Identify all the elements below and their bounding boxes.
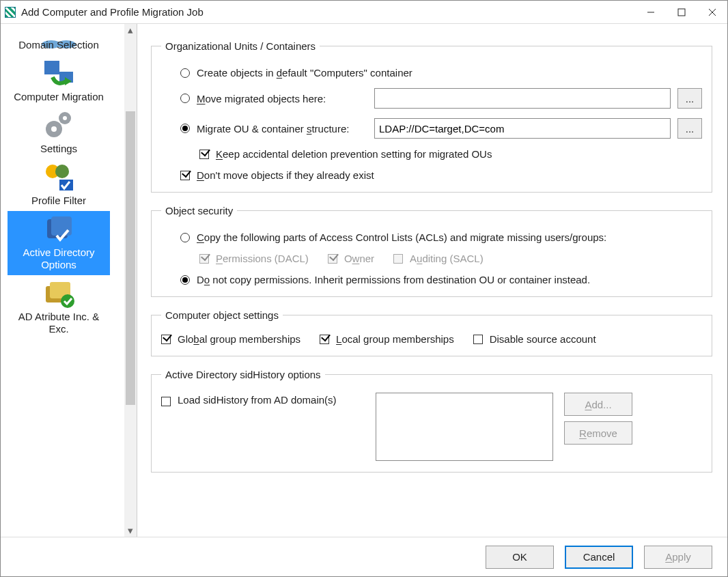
sidhistory-add-button[interactable]: Add...: [564, 393, 632, 416]
svg-point-12: [63, 116, 67, 120]
sidebar-item-profile-filter[interactable]: Profile Filter: [8, 159, 110, 211]
sid-history-group: Active Directory sidHistory options Load…: [151, 369, 712, 473]
apply-button[interactable]: Apply: [644, 546, 712, 569]
maximize-button[interactable]: [666, 2, 697, 23]
sidebar-item-settings[interactable]: Settings: [8, 107, 110, 159]
check-local-groups-label: Local group memberships: [336, 333, 454, 345]
check-dont-move-label: Don't move objects if they already exist: [197, 169, 374, 181]
sidebar-item-computer-migration[interactable]: Computer Migration: [8, 55, 110, 107]
svg-point-10: [51, 126, 57, 132]
svg-rect-17: [51, 216, 72, 236]
radio-do-not-copy[interactable]: [180, 275, 190, 285]
check-global-groups[interactable]: [161, 335, 171, 344]
radio-move-here[interactable]: [180, 94, 190, 103]
sidebar-item-label: Computer Migration: [9, 91, 109, 103]
check-permissions-label: Permissions (DACL): [216, 253, 309, 264]
check-keep-deletion-label: Keep accidental deletion prevention sett…: [216, 148, 492, 160]
sidebar-scrollbar[interactable]: ▴ ▾: [124, 24, 137, 537]
window-buttons: [635, 2, 727, 23]
sidebar-item-label: Settings: [9, 143, 109, 155]
object-security-group: Object security Copy the following parts…: [151, 205, 712, 297]
radio-migrate-structure[interactable]: [180, 124, 190, 133]
ad-attribute-icon: [39, 277, 79, 309]
radio-create-default-label: Create objects in default "Computers" co…: [197, 67, 412, 79]
ad-options-icon: [39, 212, 79, 245]
title-bar: Add Computer and Profile Migration Job: [1, 1, 727, 24]
org-units-group: Organizational Units / Containers Create…: [151, 40, 712, 193]
app-icon: [5, 7, 16, 18]
radio-copy-acls-label: Copy the following parts of Access Contr…: [197, 231, 606, 243]
dialog-window: Add Computer and Profile Migration Job D…: [0, 0, 728, 577]
check-global-groups-label: Global group memberships: [178, 333, 300, 345]
sidebar-item-label: AD Atribute Inc. & Exc.: [9, 311, 109, 335]
content-panel: Organizational Units / Containers Create…: [137, 24, 727, 537]
check-load-sidhistory-label: Load sidHistory from AD domain(s): [178, 393, 376, 406]
close-button[interactable]: [697, 2, 727, 23]
computer-migration-icon: [39, 57, 79, 89]
migrate-structure-browse-button[interactable]: ...: [677, 118, 702, 139]
radio-copy-acls[interactable]: [180, 233, 190, 242]
svg-rect-1: [678, 9, 685, 16]
sidebar-item-label: Profile Filter: [9, 195, 109, 207]
svg-point-20: [61, 294, 74, 308]
profile-filter-icon: [39, 160, 79, 193]
check-auditing: [393, 254, 403, 264]
scroll-up-icon[interactable]: ▴: [124, 24, 137, 36]
computer-settings-legend: Computer object settings: [161, 309, 283, 321]
migrate-structure-input[interactable]: [374, 118, 671, 139]
sidhistory-remove-button[interactable]: Remove: [564, 421, 632, 445]
cancel-button[interactable]: Cancel: [565, 546, 633, 569]
sidebar-item-label: Domain Selection: [9, 39, 109, 51]
move-here-browse-button[interactable]: ...: [677, 88, 702, 109]
sidebar-item-ad-attribute-inc-exc[interactable]: AD Atribute Inc. & Exc.: [8, 275, 110, 339]
check-permissions: [199, 254, 209, 264]
sidebar: Domain Selection Computer Migration Sett…: [1, 24, 137, 537]
check-keep-deletion[interactable]: [199, 150, 209, 159]
sidhistory-domains-list[interactable]: [376, 393, 553, 461]
scroll-track[interactable]: [124, 36, 137, 524]
svg-point-14: [55, 165, 69, 178]
minimize-button[interactable]: [635, 2, 666, 23]
gears-icon: [39, 109, 79, 141]
check-dont-move[interactable]: [180, 171, 190, 180]
scroll-thumb[interactable]: [126, 111, 135, 405]
check-local-groups[interactable]: [320, 335, 329, 344]
computer-settings-group: Computer object settings Global group me…: [151, 309, 712, 356]
move-here-input[interactable]: [374, 88, 671, 109]
sidebar-item-domain-selection[interactable]: Domain Selection: [8, 27, 110, 55]
scroll-down-icon[interactable]: ▾: [124, 524, 137, 537]
sidebar-item-active-directory-options[interactable]: Active Directory Options: [8, 211, 110, 275]
check-owner: [328, 254, 337, 264]
dialog-footer: OK Cancel Apply: [1, 537, 727, 576]
radio-do-not-copy-label: Do not copy permissions. Inherit permiss…: [197, 274, 590, 285]
sidebar-item-label: Active Directory Options: [9, 247, 109, 271]
check-owner-label: Owner: [344, 253, 374, 264]
check-load-sidhistory[interactable]: [161, 397, 171, 406]
check-disable-source[interactable]: [473, 335, 483, 344]
sid-history-legend: Active Directory sidHistory options: [161, 369, 325, 380]
object-security-legend: Object security: [161, 205, 237, 216]
window-title: Add Computer and Profile Migration Job: [21, 6, 635, 18]
radio-migrate-structure-label: Migrate OU & container structure:: [197, 123, 374, 135]
svg-rect-6: [44, 61, 59, 74]
ok-button[interactable]: OK: [486, 546, 554, 569]
radio-move-here-label: Move migrated objects here:: [197, 93, 374, 104]
radio-create-default[interactable]: [180, 68, 190, 78]
org-units-legend: Organizational Units / Containers: [161, 40, 320, 52]
check-disable-source-label: Disable source account: [490, 333, 596, 345]
domains-icon: [39, 28, 79, 38]
check-auditing-label: Auditing (SACL): [410, 253, 484, 264]
